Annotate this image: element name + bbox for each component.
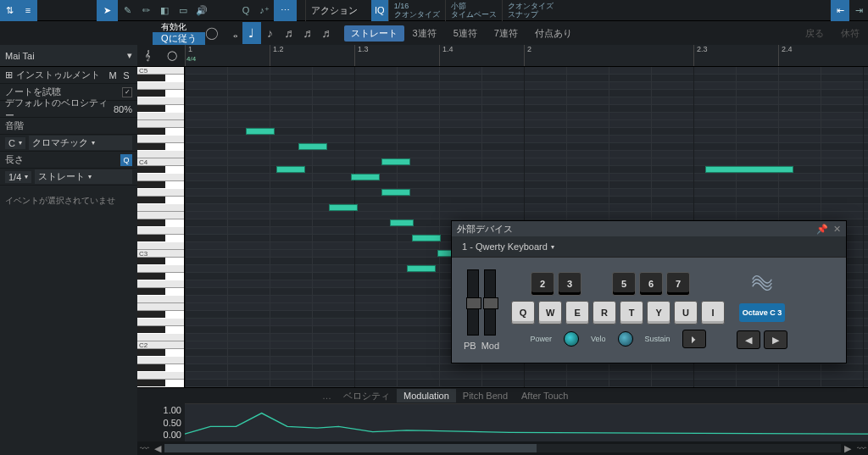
midi-note[interactable] <box>381 158 410 165</box>
list-icon[interactable]: ≡ <box>19 0 37 21</box>
midi-note[interactable] <box>246 128 275 135</box>
octave-button[interactable]: Octave C 3 <box>739 303 786 322</box>
mod-slider[interactable] <box>484 269 496 336</box>
mute-button[interactable]: M <box>107 70 119 80</box>
ruler-tick: 1.2 <box>270 45 284 66</box>
qwerty-white-key[interactable]: U <box>674 301 698 325</box>
zoom-out-icon[interactable]: 〰 <box>854 441 868 455</box>
time-ruler[interactable]: 𝄞 ◯ 4/4 11.21.31.422.32.4 <box>137 45 868 67</box>
sort-icon[interactable]: ⇅ <box>0 0 19 21</box>
length-type-select[interactable]: ストレート <box>35 169 132 184</box>
qwerty-white-key[interactable]: R <box>593 301 616 325</box>
follow-q-button[interactable]: Qに従う <box>153 32 205 45</box>
qwerty-black-key[interactable]: 5 <box>612 272 636 296</box>
midi-note[interactable] <box>276 166 305 173</box>
qwerty-black-key[interactable]: 3 <box>558 272 581 296</box>
whole-note-icon[interactable]: 𝅝 <box>224 22 242 44</box>
qwerty-white-key[interactable]: W <box>538 301 562 325</box>
action-menu[interactable]: アクション <box>305 0 363 21</box>
rest-button[interactable]: 休符 <box>832 22 868 44</box>
lane-menu-icon[interactable]: … <box>322 391 331 401</box>
zoom-in-icon[interactable]: 〰 <box>137 441 151 455</box>
tab-modulation[interactable]: Modulation <box>397 389 456 402</box>
device-select[interactable]: 1 - Qwerty Keyboard <box>459 241 558 252</box>
rectangle-tool-icon[interactable]: ▭ <box>174 1 192 19</box>
scroll-right-icon[interactable]: ▶ <box>841 441 854 455</box>
root-select[interactable]: C <box>5 137 25 149</box>
snap-start-icon[interactable]: ⇤ <box>831 0 849 21</box>
thirtysecond-note-icon[interactable]: ♬ <box>298 22 317 44</box>
auto-icon[interactable]: ⃝ <box>205 22 224 44</box>
no-selection-text: イベントが選択されていませ <box>5 195 115 207</box>
humanize-icon[interactable]: ♪⁺ <box>255 1 274 19</box>
midi-note[interactable] <box>390 219 414 226</box>
length-value-select[interactable]: 1/4 <box>5 171 31 183</box>
triplet5-button[interactable]: 5連符 <box>445 22 486 44</box>
legato-tool[interactable]: ⋯ <box>274 0 297 21</box>
qwerty-white-key[interactable]: Q <box>511 301 535 325</box>
keys-icon[interactable]: 𝄞 <box>145 50 151 61</box>
quantize-length-icon[interactable]: Q <box>120 154 132 166</box>
tab-velocity[interactable]: ベロシティ <box>337 388 397 404</box>
qwerty-white-key[interactable]: E <box>565 301 589 325</box>
h-scrollbar[interactable]: 〰 ◀ ▶ 〰 <box>137 441 868 455</box>
qwerty-black-key[interactable]: 7 <box>666 272 690 296</box>
modulation-graph[interactable] <box>185 403 868 441</box>
back-button[interactable]: 戻る <box>797 22 832 44</box>
straight-button[interactable]: ストレート <box>344 25 404 42</box>
triplet7-button[interactable]: 7連符 <box>486 22 526 44</box>
midi-note[interactable] <box>351 174 380 180</box>
qwerty-white-key[interactable]: Y <box>647 301 670 325</box>
quantize-icon[interactable]: Q <box>236 1 255 19</box>
quantize-select[interactable]: 1/16 クオンタイズ <box>388 0 445 21</box>
sustain-button[interactable]: ⏵ <box>682 330 706 348</box>
eighth-note-icon[interactable]: ♪ <box>261 22 280 44</box>
triplet3-button[interactable]: 3連符 <box>404 22 445 44</box>
iq-button[interactable]: IQ <box>371 0 388 21</box>
midi-note[interactable] <box>407 265 436 272</box>
pencil-tool-icon[interactable]: ✎ <box>118 1 136 19</box>
midi-note[interactable] <box>298 143 327 150</box>
length-label: 長さ <box>5 153 24 166</box>
scroll-left-icon[interactable]: ◀ <box>151 441 164 455</box>
arrow-tool[interactable]: ➤ <box>97 0 118 21</box>
sixtyfourth-note-icon[interactable]: ♬ <box>317 22 336 44</box>
default-velocity-value[interactable]: 80% <box>114 104 132 114</box>
tab-pitchbend[interactable]: Pitch Bend <box>456 389 515 402</box>
midi-note[interactable] <box>329 204 358 211</box>
brush-tool-icon[interactable]: ✏ <box>136 1 155 19</box>
quarter-note-icon[interactable]: ♩ <box>242 22 261 44</box>
speaker-tool-icon[interactable]: 🔊 <box>192 1 211 19</box>
eraser-tool-icon[interactable]: ◧ <box>155 1 174 19</box>
track-header[interactable]: Mai Tai ▾ <box>0 45 137 67</box>
sixteenth-note-icon[interactable]: ♬ <box>280 22 298 44</box>
drum-icon[interactable]: ◯ <box>167 50 177 61</box>
snap-select[interactable]: クオンタイズ スナップ <box>502 0 559 21</box>
enable-button[interactable]: 有効化 <box>153 21 205 32</box>
qwerty-black-key[interactable]: 6 <box>639 272 663 296</box>
piano-keyboard[interactable]: C5C4C3C2C1 <box>137 67 185 387</box>
midi-note[interactable] <box>412 235 441 241</box>
solo-button[interactable]: S <box>120 70 132 80</box>
midi-note[interactable] <box>705 166 793 173</box>
octave-down-button[interactable]: ◀ <box>737 330 760 349</box>
scroll-thumb[interactable] <box>164 444 537 452</box>
qwerty-black-key[interactable]: 2 <box>531 272 554 296</box>
dotted-button[interactable]: 付点あり <box>526 22 581 44</box>
scale-select[interactable]: クロマチック <box>29 136 132 150</box>
pitchbend-slider[interactable] <box>467 269 479 336</box>
pin-icon[interactable]: 📌 <box>816 224 828 235</box>
audition-checkbox[interactable]: ✓ <box>122 87 132 97</box>
midi-note[interactable] <box>381 189 410 196</box>
timebase-select[interactable]: 小節 タイムベース <box>445 0 502 21</box>
velocity-knob[interactable] <box>618 331 633 347</box>
device-titlebar[interactable]: 外部デバイス 📌 ✕ <box>452 221 846 236</box>
close-icon[interactable]: ✕ <box>833 224 841 235</box>
qwerty-white-key[interactable]: T <box>620 301 643 325</box>
snap-end-icon[interactable]: ⇥ <box>849 1 868 19</box>
tab-aftertouch[interactable]: After Touch <box>515 389 575 402</box>
octave-up-button[interactable]: ▶ <box>764 330 787 349</box>
qwerty-white-key[interactable]: I <box>701 301 725 325</box>
power-button[interactable] <box>564 331 579 347</box>
controller-lane: … ベロシティ Modulation Pitch Bend After Touc… <box>137 387 868 455</box>
